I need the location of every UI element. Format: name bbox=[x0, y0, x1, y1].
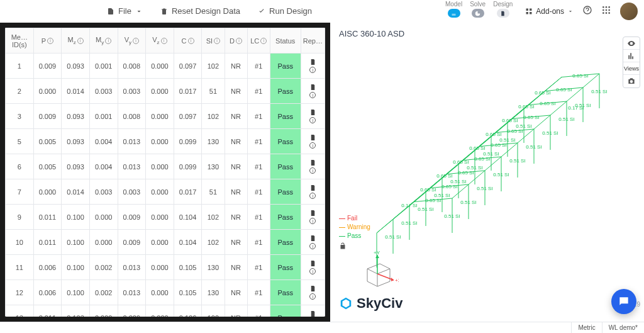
legend: Fail Warning Pass bbox=[339, 214, 370, 240]
info-icon[interactable]: i bbox=[309, 293, 316, 300]
cell: 130 bbox=[202, 129, 225, 154]
chat-button[interactable] bbox=[611, 289, 636, 314]
table-row[interactable]: 120.0060.1000.0020.0130.0000.105130NR#1P… bbox=[6, 280, 325, 305]
col-header[interactable]: Vzi bbox=[146, 28, 174, 54]
tool-camera[interactable] bbox=[623, 75, 640, 87]
info-icon[interactable]: i bbox=[309, 193, 316, 199]
info-icon[interactable]: i bbox=[214, 38, 220, 44]
cell: 13 bbox=[6, 305, 34, 317]
report-cell[interactable]: i bbox=[301, 205, 325, 230]
info-icon[interactable]: i bbox=[309, 268, 316, 274]
col-header[interactable]: Mzi bbox=[62, 28, 90, 54]
info-icon[interactable]: i bbox=[309, 92, 316, 98]
table-row[interactable]: 60.0050.0930.0040.0130.0000.099130NR#1Pa… bbox=[6, 154, 325, 179]
cell: 0.014 bbox=[62, 79, 90, 104]
info-icon[interactable]: i bbox=[133, 38, 139, 44]
run-label: Run Design bbox=[269, 6, 312, 16]
report-cell[interactable]: i bbox=[301, 305, 325, 317]
addons-menu[interactable]: Add-ons bbox=[525, 7, 574, 16]
report-cell[interactable]: i bbox=[301, 129, 325, 154]
solve-mode[interactable]: Solve bbox=[470, 1, 486, 18]
apps-button[interactable] bbox=[601, 5, 611, 17]
report-cell[interactable]: i bbox=[301, 179, 325, 205]
info-icon[interactable]: i bbox=[309, 243, 316, 249]
design-mode[interactable]: Design bbox=[493, 1, 513, 18]
report-cell[interactable]: i bbox=[301, 79, 325, 104]
viewer-tools: Views bbox=[623, 37, 640, 88]
report-cell[interactable]: i bbox=[301, 54, 325, 79]
info-icon[interactable]: i bbox=[188, 38, 194, 44]
cell: 0.005 bbox=[33, 129, 62, 154]
col-header[interactable]: Rep… bbox=[301, 28, 325, 54]
table-row[interactable]: 50.0050.0930.0040.0130.0000.099130NR#1Pa… bbox=[6, 129, 325, 154]
info-icon[interactable]: i bbox=[47, 38, 53, 44]
cell: NR bbox=[225, 129, 247, 154]
member-label: 0.51 SI bbox=[542, 130, 558, 135]
camera-icon bbox=[627, 77, 636, 86]
info-icon[interactable]: i bbox=[77, 38, 84, 44]
cell: 0.013 bbox=[118, 129, 146, 154]
table-row[interactable]: 30.0090.0930.0010.0080.0000.097102NR#1Pa… bbox=[6, 104, 325, 129]
table-row[interactable]: 20.0000.0140.0030.0030.0000.01751NR#1Pas… bbox=[6, 79, 325, 104]
col-header[interactable]: Ci bbox=[174, 28, 202, 54]
cell: 0.104 bbox=[174, 205, 202, 230]
col-header[interactable]: Status bbox=[270, 28, 301, 54]
cell: 0.011 bbox=[33, 230, 62, 255]
col-header[interactable]: Pi bbox=[33, 28, 62, 54]
info-icon[interactable]: i bbox=[309, 167, 316, 174]
report-cell[interactable]: i bbox=[301, 230, 325, 255]
col-header[interactable]: Myi bbox=[89, 28, 118, 54]
3d-viewer[interactable]: 0.51 SI0.65 SI0.51 SI0.51 SI0.65 SI0.51 … bbox=[339, 41, 635, 312]
cell: 0.000 bbox=[89, 205, 118, 230]
member-label: 0.51 SI bbox=[434, 192, 450, 198]
info-icon[interactable]: i bbox=[309, 67, 316, 73]
info-icon[interactable]: i bbox=[260, 38, 267, 44]
lock-icon[interactable] bbox=[339, 242, 347, 252]
member-label: 0.51 SI bbox=[418, 206, 433, 212]
col-header[interactable]: Vyi bbox=[118, 28, 146, 54]
avatar[interactable] bbox=[620, 3, 638, 20]
axes-gizmo[interactable]: +X +Y bbox=[355, 250, 399, 296]
report-cell[interactable]: i bbox=[301, 104, 325, 129]
member-label: 0.65 SI bbox=[507, 128, 523, 133]
table-row[interactable]: 90.0110.1000.0000.0090.0000.104102NR#1Pa… bbox=[6, 205, 325, 230]
cell: 0.011 bbox=[33, 305, 62, 317]
table-row[interactable]: 130.0110.1030.0000.0090.0000.106102NR#1P… bbox=[6, 305, 325, 317]
report-cell[interactable]: i bbox=[301, 280, 325, 305]
info-icon[interactable]: i bbox=[309, 142, 316, 149]
member-label: 0.51 SI bbox=[483, 150, 499, 156]
cell: 0.103 bbox=[62, 305, 90, 317]
table-row[interactable]: 10.0090.0930.0010.0080.0000.097102NR#1Pa… bbox=[6, 54, 325, 79]
col-header[interactable]: Di bbox=[225, 28, 247, 54]
member-label: 0.51 SI bbox=[477, 185, 492, 191]
cell: 0.100 bbox=[62, 280, 90, 305]
info-icon[interactable]: i bbox=[309, 117, 316, 123]
tool-chart[interactable] bbox=[623, 50, 640, 62]
member-label: 0.51 SI bbox=[444, 213, 460, 218]
info-icon[interactable]: i bbox=[309, 218, 316, 224]
tool-visibility[interactable] bbox=[623, 37, 640, 50]
file-name[interactable]: WL demo* bbox=[602, 322, 644, 333]
table-row[interactable]: 110.0060.1000.0020.0130.0000.105130NR#1P… bbox=[6, 255, 325, 280]
col-header[interactable]: Me… ID(s) bbox=[6, 28, 34, 54]
report-cell[interactable]: i bbox=[301, 154, 325, 179]
table-row[interactable]: 100.0110.1000.0000.0090.0000.104102NR#1P… bbox=[6, 230, 325, 255]
run-button[interactable]: Run Design bbox=[258, 6, 312, 16]
info-icon[interactable]: i bbox=[105, 38, 111, 44]
topbar-left: File Reset Design Data Run Design bbox=[6, 6, 312, 16]
model-mode[interactable]: Model bbox=[445, 1, 462, 18]
cell: NR bbox=[225, 154, 247, 179]
info-icon[interactable]: i bbox=[161, 38, 167, 44]
help-button[interactable] bbox=[582, 5, 592, 17]
file-icon bbox=[309, 184, 316, 191]
axis-x-label: +X bbox=[395, 278, 399, 283]
reset-button[interactable]: Reset Design Data bbox=[160, 6, 240, 16]
units-toggle[interactable]: Metric bbox=[571, 322, 601, 333]
table-row[interactable]: 70.0000.0140.0030.0030.0000.01751NR#1Pas… bbox=[6, 179, 325, 205]
col-header[interactable]: SIi bbox=[202, 28, 225, 54]
file-menu[interactable]: File bbox=[107, 6, 143, 16]
tool-views[interactable]: Views bbox=[623, 62, 640, 75]
info-icon[interactable]: i bbox=[236, 38, 242, 44]
report-cell[interactable]: i bbox=[301, 255, 325, 280]
col-header[interactable]: LCi bbox=[247, 28, 270, 54]
